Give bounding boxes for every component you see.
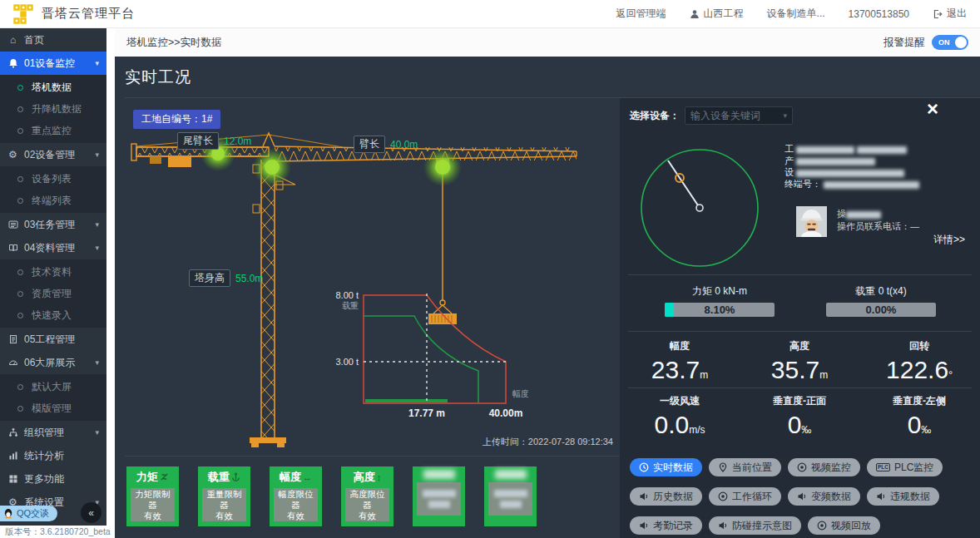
- jib-length-label: 臂长40.0m: [354, 136, 418, 153]
- plc-monitor-button[interactable]: PLC PLC监控: [867, 458, 943, 476]
- device-info-lines: 工 产 设 终端号：: [784, 143, 919, 190]
- limiter-status-row: 力矩 力矩限制器有效 载重 重量限制器有效 幅度↔ 幅度限位器有效 高度↕: [126, 466, 537, 526]
- book-icon: [7, 243, 18, 253]
- sidebar-item-big-screen[interactable]: 06大屏展示: [0, 351, 106, 374]
- sidebar-item-project-mgmt[interactable]: 05工程管理: [0, 328, 106, 351]
- camera-lens-icon: [718, 491, 728, 501]
- chevron-down-icon: [95, 358, 99, 367]
- load-curve-chart: 8.00 t 载重 3.00 t 17.77 m 40.00m 幅度: [335, 290, 529, 419]
- rotation-indicator: [636, 145, 760, 269]
- sidebar-item-device-monitor[interactable]: 01设备监控: [0, 52, 106, 75]
- violation-data-button[interactable]: 违规数据: [867, 487, 939, 506]
- sidebar-item-hoist-data[interactable]: 升降机数据: [0, 98, 106, 120]
- horizontal-arrows-icon: ↔: [303, 472, 312, 482]
- back-to-admin-link[interactable]: 返回管理端: [616, 7, 666, 21]
- realtime-condition-panel: 实时工况: [115, 57, 980, 538]
- sidebar-item-doc-mgmt[interactable]: 04资料管理: [0, 236, 106, 259]
- chart-x-max-label: 40.00m: [489, 407, 523, 419]
- stat-radius: 幅度 23.7m: [620, 339, 740, 384]
- task-list-icon: [7, 220, 18, 230]
- status-box-moment: 力矩 力矩限制器有效: [126, 466, 179, 526]
- close-button[interactable]: ×: [927, 98, 938, 120]
- sidebar-item-key-monitor[interactable]: 重点监控: [0, 120, 106, 141]
- chevron-down-icon: [783, 111, 787, 120]
- sidebar-item-task-mgmt[interactable]: 03任务管理: [0, 213, 106, 236]
- sidebar-item-home[interactable]: ⌂首页: [0, 28, 106, 52]
- sidebar-item-template-mgmt[interactable]: 模版管理: [0, 397, 106, 419]
- speaker-icon: [876, 491, 886, 501]
- logo-icon: [13, 4, 33, 24]
- qq-chat-button[interactable]: QQ交谈: [0, 506, 57, 521]
- current-location-button[interactable]: 当前位置: [709, 458, 781, 476]
- device-select[interactable]: 输入设备关键词: [685, 106, 793, 125]
- speaker-icon: [797, 491, 807, 501]
- stat-wind-speed: 一级风速 0.0m/s: [620, 394, 740, 439]
- user-menu[interactable]: 山西工程: [690, 7, 744, 21]
- camera-lens-icon: [817, 521, 827, 531]
- logout-icon: [933, 9, 943, 19]
- sidebar-item-tower-data[interactable]: 塔机数据: [0, 77, 106, 98]
- bullet-icon: [17, 128, 23, 134]
- speaker-icon: [639, 491, 649, 501]
- sidebar-item-org-mgmt[interactable]: 组织管理: [0, 421, 106, 444]
- history-data-button[interactable]: 历史数据: [630, 487, 702, 506]
- sidebar-item-device-list[interactable]: 设备列表: [0, 168, 106, 190]
- app-title: 晋塔云管理平台: [42, 6, 135, 22]
- bullet-icon: [17, 269, 23, 275]
- bullet-icon: [17, 406, 23, 412]
- sidebar-item-tech-docs[interactable]: 技术资料: [0, 261, 106, 283]
- bell-icon: [7, 58, 18, 68]
- sidebar: ⌂首页 01设备监控 塔机数据 升降机数据 重点监控 ⚙02设备管理 设备列表 …: [0, 28, 106, 538]
- sidebar-item-qualification[interactable]: 资质管理: [0, 283, 106, 304]
- status-box-redacted-2: [484, 466, 537, 526]
- sidebar-item-more-features[interactable]: 更多功能: [0, 467, 106, 491]
- tail-jib-length-label: 尾臂长12.0m: [177, 132, 251, 150]
- chart-y-axis-label: 载重: [342, 301, 359, 310]
- logout-button[interactable]: 退出: [933, 7, 967, 21]
- status-box-redacted-1: [413, 466, 465, 526]
- video-monitor-button[interactable]: 视频监控: [788, 458, 860, 476]
- bullet-icon: [17, 198, 23, 204]
- realtime-data-button[interactable]: 实时数据: [630, 458, 702, 476]
- user-icon: [690, 9, 700, 19]
- sidebar-item-terminal-list[interactable]: 终端列表: [0, 190, 106, 211]
- plc-icon: PLC: [876, 463, 890, 472]
- chart-x-current-label: 17.77 m: [408, 407, 445, 419]
- toggle-knob: [955, 37, 967, 48]
- chevron-down-icon: [95, 244, 99, 252]
- frequency-data-button[interactable]: 变频数据: [788, 487, 860, 506]
- load-gauge: 载重 0 t(x4) 0.00%: [826, 284, 936, 317]
- site-number-badge: 工地自编号：1#: [133, 110, 220, 129]
- alarm-toggle[interactable]: ON: [932, 35, 968, 50]
- operator-block: 操 操作员联系电话：—: [796, 206, 919, 237]
- sidebar-item-quick-entry[interactable]: 快速录入: [0, 304, 106, 326]
- attendance-record-button[interactable]: 考勤记录: [630, 516, 702, 535]
- divider: [628, 331, 972, 332]
- sidebar-item-statistics[interactable]: 统计分析: [0, 444, 106, 467]
- sidebar-item-device-mgmt[interactable]: ⚙02设备管理: [0, 143, 106, 166]
- camera-lens-icon: [797, 462, 807, 472]
- gear-icon: ⚙: [7, 149, 18, 160]
- org-tree-icon: [7, 427, 18, 437]
- manufacturer-menu[interactable]: 设备制造单...: [767, 7, 825, 21]
- location-pin-icon: [718, 462, 728, 472]
- toggle-state-label: ON: [938, 38, 950, 47]
- divider: [628, 274, 972, 275]
- sidebar-collapse-button[interactable]: «: [81, 502, 101, 523]
- home-icon: ⌂: [7, 34, 18, 46]
- version-label: 版本号：3.6.2180720_beta: [0, 526, 106, 538]
- chevron-down-icon: [95, 59, 99, 67]
- bullet-icon: [17, 106, 23, 112]
- detail-link[interactable]: 详情>>: [933, 233, 965, 247]
- scale-icon: [160, 472, 169, 483]
- work-cycle-button[interactable]: 工作循环: [709, 487, 781, 506]
- operator-avatar: [796, 206, 827, 237]
- document-icon: [7, 334, 18, 344]
- bullet-icon: [17, 313, 23, 318]
- anti-collision-diagram-button[interactable]: 防碰撞示意图: [709, 516, 801, 535]
- tower-height-label: 塔身高55.0m: [189, 269, 263, 287]
- sidebar-item-default-screen[interactable]: 默认大屏: [0, 376, 106, 397]
- video-playback-button[interactable]: 视频回放: [808, 516, 880, 535]
- device-detail-panel: 选择设备： 输入设备关键词 × 工: [620, 98, 980, 538]
- status-box-radius: 幅度↔ 幅度限位器有效: [270, 466, 322, 526]
